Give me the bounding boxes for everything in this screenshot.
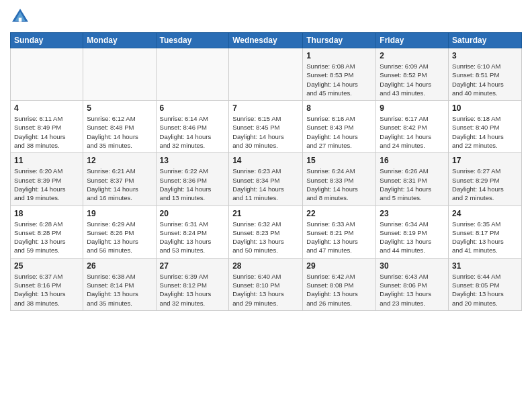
day-number: 28 (232, 261, 299, 271)
day-number: 2 (380, 51, 445, 60)
week-row-5: 25Sunrise: 6:37 AMSunset: 8:16 PMDayligh… (11, 258, 522, 310)
logo (10, 7, 33, 27)
day-cell: 10Sunrise: 6:18 AMSunset: 8:40 PMDayligh… (449, 101, 522, 153)
logo-icon (10, 7, 30, 27)
day-info: Sunrise: 6:23 AMSunset: 8:34 PMDaylight:… (232, 167, 299, 202)
day-number: 26 (87, 261, 152, 271)
day-info: Sunrise: 6:09 AMSunset: 8:52 PMDaylight:… (380, 62, 445, 97)
day-number: 10 (452, 103, 518, 113)
day-cell: 7Sunrise: 6:15 AMSunset: 8:45 PMDaylight… (229, 101, 303, 153)
weekday-row: SundayMondayTuesdayWednesdayThursdayFrid… (11, 33, 522, 48)
day-info: Sunrise: 6:37 AMSunset: 8:16 PMDaylight:… (14, 272, 79, 308)
day-cell (11, 48, 83, 101)
day-info: Sunrise: 6:15 AMSunset: 8:45 PMDaylight:… (232, 114, 299, 150)
day-info: Sunrise: 6:10 AMSunset: 8:51 PMDaylight:… (452, 62, 518, 97)
weekday-header-saturday: Saturday (449, 33, 522, 48)
day-info: Sunrise: 6:29 AMSunset: 8:26 PMDaylight:… (87, 220, 152, 255)
day-cell: 22Sunrise: 6:33 AMSunset: 8:21 PMDayligh… (303, 205, 376, 258)
day-number: 18 (14, 209, 79, 218)
day-number: 24 (452, 209, 518, 218)
day-number: 6 (160, 103, 226, 113)
day-info: Sunrise: 6:26 AMSunset: 8:31 PMDaylight:… (380, 167, 445, 202)
day-info: Sunrise: 6:22 AMSunset: 8:36 PMDaylight:… (160, 167, 226, 202)
day-number: 7 (232, 103, 299, 113)
day-number: 23 (380, 209, 445, 218)
day-cell: 6Sunrise: 6:14 AMSunset: 8:46 PMDaylight… (156, 101, 229, 153)
day-info: Sunrise: 6:32 AMSunset: 8:23 PMDaylight:… (232, 220, 299, 255)
day-number: 3 (452, 51, 518, 60)
day-info: Sunrise: 6:42 AMSunset: 8:08 PMDaylight:… (306, 272, 372, 308)
week-row-2: 4Sunrise: 6:11 AMSunset: 8:49 PMDaylight… (11, 101, 522, 153)
day-cell: 20Sunrise: 6:31 AMSunset: 8:24 PMDayligh… (156, 205, 229, 258)
day-number: 20 (160, 209, 226, 218)
weekday-header-wednesday: Wednesday (229, 33, 303, 48)
day-info: Sunrise: 6:17 AMSunset: 8:42 PMDaylight:… (380, 114, 445, 150)
calendar: SundayMondayTuesdayWednesdayThursdayFrid… (10, 32, 522, 311)
day-cell: 4Sunrise: 6:11 AMSunset: 8:49 PMDaylight… (11, 101, 83, 153)
day-info: Sunrise: 6:27 AMSunset: 8:29 PMDaylight:… (452, 167, 518, 202)
calendar-body: 1Sunrise: 6:08 AMSunset: 8:53 PMDaylight… (11, 48, 522, 311)
day-cell: 29Sunrise: 6:42 AMSunset: 8:08 PMDayligh… (303, 258, 376, 310)
day-info: Sunrise: 6:08 AMSunset: 8:53 PMDaylight:… (306, 62, 372, 97)
day-info: Sunrise: 6:16 AMSunset: 8:43 PMDaylight:… (306, 114, 372, 150)
day-cell: 15Sunrise: 6:24 AMSunset: 8:33 PMDayligh… (303, 153, 376, 205)
week-row-4: 18Sunrise: 6:28 AMSunset: 8:28 PMDayligh… (11, 205, 522, 258)
day-cell: 27Sunrise: 6:39 AMSunset: 8:12 PMDayligh… (156, 258, 229, 310)
day-cell (83, 48, 156, 101)
day-cell: 12Sunrise: 6:21 AMSunset: 8:37 PMDayligh… (83, 153, 156, 205)
day-info: Sunrise: 6:21 AMSunset: 8:37 PMDaylight:… (87, 167, 152, 202)
day-cell: 14Sunrise: 6:23 AMSunset: 8:34 PMDayligh… (229, 153, 303, 205)
day-cell: 8Sunrise: 6:16 AMSunset: 8:43 PMDaylight… (303, 101, 376, 153)
day-info: Sunrise: 6:44 AMSunset: 8:05 PMDaylight:… (452, 272, 518, 308)
day-info: Sunrise: 6:43 AMSunset: 8:06 PMDaylight:… (380, 272, 445, 308)
day-info: Sunrise: 6:33 AMSunset: 8:21 PMDaylight:… (306, 220, 372, 255)
day-cell: 11Sunrise: 6:20 AMSunset: 8:39 PMDayligh… (11, 153, 83, 205)
day-cell: 19Sunrise: 6:29 AMSunset: 8:26 PMDayligh… (83, 205, 156, 258)
calendar-header: SundayMondayTuesdayWednesdayThursdayFrid… (11, 33, 522, 48)
day-info: Sunrise: 6:35 AMSunset: 8:17 PMDaylight:… (452, 220, 518, 255)
day-number: 9 (380, 103, 445, 113)
day-number: 5 (87, 103, 152, 113)
weekday-header-monday: Monday (83, 33, 156, 48)
day-number: 27 (160, 261, 226, 271)
day-cell: 17Sunrise: 6:27 AMSunset: 8:29 PMDayligh… (449, 153, 522, 205)
day-info: Sunrise: 6:14 AMSunset: 8:46 PMDaylight:… (160, 114, 226, 150)
day-number: 11 (14, 156, 79, 165)
day-number: 16 (380, 156, 445, 165)
day-cell: 30Sunrise: 6:43 AMSunset: 8:06 PMDayligh… (376, 258, 449, 310)
day-info: Sunrise: 6:12 AMSunset: 8:48 PMDaylight:… (87, 114, 152, 150)
day-cell: 24Sunrise: 6:35 AMSunset: 8:17 PMDayligh… (449, 205, 522, 258)
day-cell: 28Sunrise: 6:40 AMSunset: 8:10 PMDayligh… (229, 258, 303, 310)
day-number: 8 (306, 103, 372, 113)
weekday-header-tuesday: Tuesday (156, 33, 229, 48)
day-cell: 23Sunrise: 6:34 AMSunset: 8:19 PMDayligh… (376, 205, 449, 258)
day-cell: 16Sunrise: 6:26 AMSunset: 8:31 PMDayligh… (376, 153, 449, 205)
day-info: Sunrise: 6:24 AMSunset: 8:33 PMDaylight:… (306, 167, 372, 202)
day-info: Sunrise: 6:40 AMSunset: 8:10 PMDaylight:… (232, 272, 299, 308)
day-number: 31 (452, 261, 518, 271)
day-cell: 3Sunrise: 6:10 AMSunset: 8:51 PMDaylight… (449, 48, 522, 101)
day-cell (229, 48, 303, 101)
day-number: 19 (87, 209, 152, 218)
week-row-1: 1Sunrise: 6:08 AMSunset: 8:53 PMDaylight… (11, 48, 522, 101)
day-info: Sunrise: 6:34 AMSunset: 8:19 PMDaylight:… (380, 220, 445, 255)
day-number: 15 (306, 156, 372, 165)
day-info: Sunrise: 6:20 AMSunset: 8:39 PMDaylight:… (14, 167, 79, 202)
day-cell: 9Sunrise: 6:17 AMSunset: 8:42 PMDaylight… (376, 101, 449, 153)
day-cell: 2Sunrise: 6:09 AMSunset: 8:52 PMDaylight… (376, 48, 449, 101)
day-number: 30 (380, 261, 445, 271)
day-cell: 26Sunrise: 6:38 AMSunset: 8:14 PMDayligh… (83, 258, 156, 310)
weekday-header-thursday: Thursday (303, 33, 376, 48)
page: SundayMondayTuesdayWednesdayThursdayFrid… (0, 0, 532, 411)
header (10, 7, 522, 27)
day-number: 12 (87, 156, 152, 165)
day-info: Sunrise: 6:31 AMSunset: 8:24 PMDaylight:… (160, 220, 226, 255)
day-info: Sunrise: 6:38 AMSunset: 8:14 PMDaylight:… (87, 272, 152, 308)
day-number: 22 (306, 209, 372, 218)
day-number: 29 (306, 261, 372, 271)
day-number: 1 (306, 51, 372, 60)
day-cell (156, 48, 229, 101)
weekday-header-sunday: Sunday (11, 33, 83, 48)
day-info: Sunrise: 6:18 AMSunset: 8:40 PMDaylight:… (452, 114, 518, 150)
day-cell: 18Sunrise: 6:28 AMSunset: 8:28 PMDayligh… (11, 205, 83, 258)
